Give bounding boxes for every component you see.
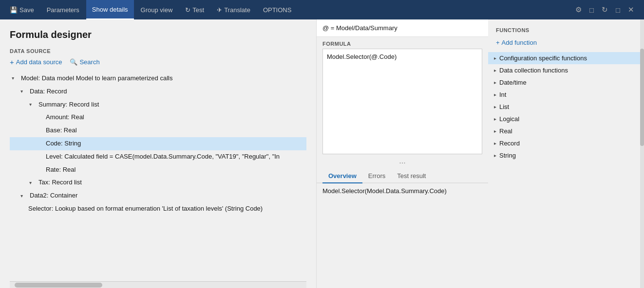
functions-label: FUNCTIONS bbox=[488, 27, 644, 33]
function-item-label: Int bbox=[499, 91, 506, 98]
parameters-button[interactable]: Parameters bbox=[41, 0, 85, 19]
function-item-label: Date/time bbox=[499, 79, 527, 86]
search-icon: 🔍 bbox=[70, 58, 77, 66]
chevron-icon: ▸ bbox=[494, 116, 496, 122]
right-scrollbar[interactable] bbox=[640, 19, 644, 288]
chevron-icon: ▸ bbox=[494, 55, 496, 61]
left-panel: Formula designer DATA SOURCE + Add data … bbox=[0, 19, 317, 288]
chevron-icon: ▸ bbox=[494, 68, 496, 73]
tree-item-label: Rate: Real bbox=[46, 165, 76, 175]
tree-container[interactable]: Model: Data model Model to learn paramet… bbox=[10, 72, 306, 281]
formula-path-bar: @ = Model/Data/Summary bbox=[317, 19, 488, 37]
tab-test-result[interactable]: Test result bbox=[391, 169, 432, 183]
group-view-button[interactable]: Group view bbox=[135, 0, 179, 19]
result-value: Model.Selector(Model.Data.Summary.Code) bbox=[322, 187, 447, 195]
refresh-icon[interactable]: ↻ bbox=[600, 3, 610, 16]
tree-item-tax[interactable]: Tax: Record list bbox=[10, 176, 306, 189]
function-item-datetime[interactable]: ▸Date/time bbox=[488, 76, 644, 89]
chevron-icon[interactable] bbox=[29, 179, 35, 187]
chevron-icon[interactable] bbox=[20, 192, 26, 200]
tree-item-label: Model: Data model Model to learn paramet… bbox=[21, 73, 172, 84]
main-container: Formula designer DATA SOURCE + Add data … bbox=[0, 19, 644, 288]
right-panel: FUNCTIONS + Add function ▸Configuration … bbox=[488, 19, 644, 288]
options-button[interactable]: OPTIONS bbox=[257, 0, 298, 19]
add-function-button[interactable]: + Add function bbox=[488, 37, 644, 48]
chevron-icon: ▸ bbox=[494, 153, 496, 158]
search-button[interactable]: 🔍 Search bbox=[70, 58, 99, 66]
data-source-toolbar: + Add data source 🔍 Search bbox=[10, 58, 306, 66]
translate-button[interactable]: ✈ Translate bbox=[211, 0, 256, 19]
chevron-icon[interactable] bbox=[29, 101, 35, 108]
office-icon[interactable]: □ bbox=[587, 4, 596, 16]
chevron-icon: ▸ bbox=[494, 141, 496, 146]
function-item-list[interactable]: ▸List bbox=[488, 101, 644, 113]
function-item-label: List bbox=[499, 103, 509, 110]
tab-overview[interactable]: Overview bbox=[322, 169, 362, 183]
function-item-label: Logical bbox=[499, 115, 519, 123]
tree-item-label: Base: Real bbox=[46, 126, 77, 136]
formula-dots: ... bbox=[322, 154, 482, 167]
tree-item-label: Summary: Record list bbox=[38, 100, 99, 110]
tree-item-summary[interactable]: Summary: Record list bbox=[10, 98, 306, 111]
function-item-string[interactable]: ▸String bbox=[488, 149, 644, 162]
plus-icon: + bbox=[496, 39, 500, 46]
tree-item-label: Data: Record bbox=[30, 87, 67, 97]
tree-item-label: Code: String bbox=[46, 139, 81, 149]
tree-item-data[interactable]: Data: Record bbox=[10, 85, 306, 98]
tree-item-rate[interactable]: Rate: Real bbox=[10, 163, 306, 177]
page-title: Formula designer bbox=[10, 29, 306, 40]
tree-item-base[interactable]: Base: Real bbox=[10, 124, 306, 137]
scrollbar-thumb[interactable] bbox=[15, 283, 102, 288]
function-item-record[interactable]: ▸Record bbox=[488, 137, 644, 149]
refresh-icon: ↻ bbox=[185, 6, 190, 14]
tree-item-label: Amount: Real bbox=[46, 112, 84, 123]
chevron-icon[interactable] bbox=[20, 88, 26, 95]
tree-item-data2[interactable]: Data2: Container bbox=[10, 189, 306, 202]
tree-item-code[interactable]: Code: String bbox=[10, 137, 306, 150]
tree-item-label: Tax: Record list bbox=[38, 178, 82, 188]
chevron-icon: ▸ bbox=[494, 128, 496, 134]
add-data-source-button[interactable]: + Add data source bbox=[10, 58, 62, 66]
formula-value: Model.Selector(@.Code) bbox=[327, 53, 397, 60]
data-source-label: DATA SOURCE bbox=[10, 48, 306, 54]
formula-label: FORMULA bbox=[317, 37, 488, 49]
function-item-real[interactable]: ▸Real bbox=[488, 125, 644, 137]
function-item-label: Real bbox=[499, 127, 512, 135]
close-icon[interactable]: ✕ bbox=[626, 3, 636, 16]
tree-item-label: Level: Calculated field = CASE(model.Dat… bbox=[46, 152, 280, 162]
function-item-label: String bbox=[499, 152, 516, 159]
formula-tabs: OverviewErrorsTest result bbox=[317, 169, 488, 183]
test-button[interactable]: ↻ Test bbox=[179, 0, 210, 19]
maximize-icon[interactable]: □ bbox=[614, 4, 622, 16]
function-list: ▸Configuration specific functions▸Data c… bbox=[488, 52, 644, 288]
tree-item-model[interactable]: Model: Data model Model to learn paramet… bbox=[10, 72, 306, 85]
chevron-icon: ▸ bbox=[494, 92, 496, 97]
translate-icon: ✈ bbox=[217, 6, 222, 14]
formula-path-value: @ = Model/Data/Summary bbox=[322, 24, 398, 32]
function-item-config[interactable]: ▸Configuration specific functions bbox=[488, 52, 644, 64]
plus-icon: + bbox=[10, 58, 14, 66]
tree-item-selector[interactable]: Selector: Lookup based on format enumera… bbox=[10, 202, 306, 216]
function-item-label: Record bbox=[499, 140, 520, 147]
tree-item-label: Data2: Container bbox=[30, 191, 77, 201]
function-item-label: Data collection functions bbox=[499, 67, 568, 74]
chevron-icon: ▸ bbox=[494, 80, 496, 85]
show-details-button[interactable]: Show details bbox=[86, 0, 134, 19]
center-panel: @ = Model/Data/Summary FORMULA Model.Sel… bbox=[317, 19, 488, 288]
function-item-int[interactable]: ▸Int bbox=[488, 89, 644, 101]
bottom-scrollbar[interactable] bbox=[10, 281, 306, 288]
right-scrollbar-thumb[interactable] bbox=[640, 49, 644, 146]
function-item-label: Configuration specific functions bbox=[499, 54, 587, 62]
save-icon: 💾 bbox=[10, 6, 18, 14]
title-bar: 💾 Save Parameters Show details Group vie… bbox=[0, 0, 644, 19]
tree-item-amount[interactable]: Amount: Real bbox=[10, 111, 306, 124]
save-button[interactable]: 💾 Save bbox=[4, 0, 40, 19]
tree-item-label: Selector: Lookup based on format enumera… bbox=[28, 204, 263, 214]
tab-errors[interactable]: Errors bbox=[362, 169, 391, 183]
function-item-datacollection[interactable]: ▸Data collection functions bbox=[488, 64, 644, 76]
chevron-icon[interactable] bbox=[12, 74, 18, 82]
settings-icon[interactable]: ⚙ bbox=[573, 3, 584, 16]
function-item-logical[interactable]: ▸Logical bbox=[488, 113, 644, 125]
formula-editor[interactable]: Model.Selector(@.Code) bbox=[322, 49, 482, 154]
tree-item-level[interactable]: Level: Calculated field = CASE(model.Dat… bbox=[10, 150, 306, 163]
